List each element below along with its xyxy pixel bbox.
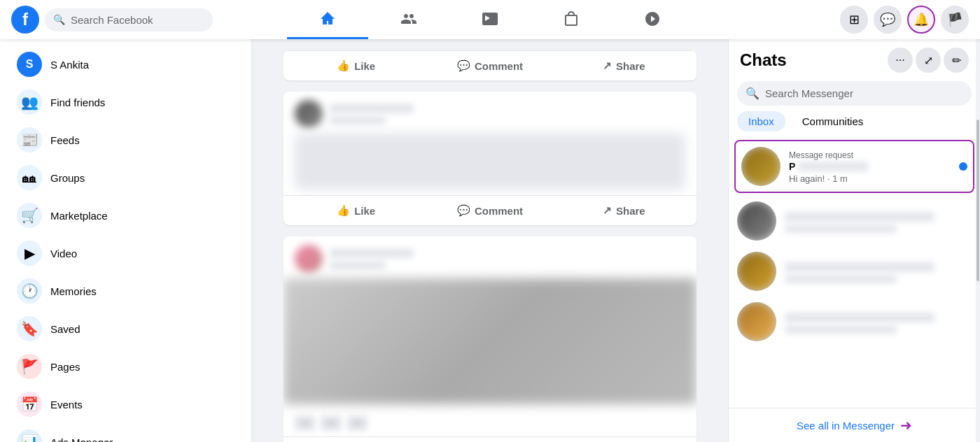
grid-icon: ⊞ xyxy=(849,12,860,27)
sidebar-item-pages[interactable]: 🚩 Pages xyxy=(6,348,246,385)
messenger-search-icon: 🔍 xyxy=(746,87,760,100)
chats-header: Chats ··· ⤢ ✏ xyxy=(729,39,980,78)
sidebar-label-saved: Saved xyxy=(50,323,80,335)
chat-item-2[interactable] xyxy=(729,196,980,246)
chats-more-button[interactable]: ··· xyxy=(888,48,913,73)
chat-tabs: Inbox Communities xyxy=(729,111,980,137)
sidebar-label-marketplace: Marketplace xyxy=(50,210,108,222)
share-button[interactable]: ↗ Share xyxy=(557,54,691,78)
chat-avatar-2 xyxy=(737,201,776,241)
chat-tab-inbox[interactable]: Inbox xyxy=(737,111,785,131)
arrow-right-icon: ➜ xyxy=(900,417,912,434)
messenger-search[interactable]: 🔍 Search Messenger xyxy=(737,81,972,106)
ads-manager-icon: 📊 xyxy=(17,429,42,442)
chats-expand-button[interactable]: ⤢ xyxy=(916,48,941,73)
post-actions-1: 👍 Like 💬 Comment ↗ Share xyxy=(284,50,696,80)
find-friends-icon: 👥 xyxy=(17,90,42,115)
post-header-2 xyxy=(284,92,696,128)
messenger-search-input: Search Messenger xyxy=(765,87,853,99)
chat-info-4 xyxy=(785,310,972,334)
chats-compose-button[interactable]: ✏ xyxy=(944,48,969,73)
like-button[interactable]: 👍 Like xyxy=(289,54,423,78)
message-request-avatar xyxy=(741,147,780,186)
messenger-button[interactable]: 💬 xyxy=(874,6,902,34)
nav-marketplace-button[interactable] xyxy=(531,0,612,39)
menu-button[interactable]: ⊞ xyxy=(840,6,868,34)
nav-groups-button[interactable] xyxy=(612,0,693,39)
chat-info-2 xyxy=(785,209,972,233)
unread-indicator xyxy=(959,162,967,171)
sidebar-label-events: Events xyxy=(50,399,83,411)
sidebar-item-ads-manager[interactable]: 📊 Ads Manager xyxy=(6,424,246,442)
post-username-3 xyxy=(330,248,414,258)
chat-name-2 xyxy=(785,212,934,222)
right-panel: Chats ··· ⤢ ✏ 🔍 Search Messenger Inbox C… xyxy=(728,39,980,442)
message-request-info: Message request P Hi again! · 1 m xyxy=(789,148,951,185)
sidebar-label-feeds: Feeds xyxy=(50,134,80,146)
post-avatar-3 xyxy=(295,245,323,273)
chat-name-4 xyxy=(785,313,934,322)
sidebar-item-events[interactable]: 📅 Events xyxy=(6,386,246,422)
feeds-icon: 📰 xyxy=(17,127,42,152)
chat-avatar-3 xyxy=(737,252,776,291)
chat-name-3 xyxy=(785,262,934,272)
chat-avatar-4 xyxy=(737,302,776,341)
nav-friends-button[interactable] xyxy=(368,0,449,39)
post-image-3 xyxy=(284,278,696,404)
sidebar-label-video: Video xyxy=(50,248,77,259)
share-icon-2: ↗ xyxy=(603,204,612,217)
post-user-info-3 xyxy=(330,248,685,269)
post-time-3 xyxy=(330,261,386,269)
comment-button-2[interactable]: 💬 Comment xyxy=(423,199,556,222)
chat-preview-3 xyxy=(785,275,897,283)
sidebar-label-groups: Groups xyxy=(50,172,85,184)
user-avatar: S xyxy=(17,52,42,77)
main-layout: S S Ankita 👥 Find friends 📰 Feeds 🏘 Grou… xyxy=(0,39,980,442)
message-request-name-blurred xyxy=(798,162,868,171)
account-icon: 🏴 xyxy=(947,12,962,27)
notifications-button[interactable]: 🔔 xyxy=(907,6,935,34)
search-bar[interactable]: 🔍 Search Facebook xyxy=(45,8,213,31)
sidebar-item-user[interactable]: S S Ankita xyxy=(6,46,246,83)
post-time-2 xyxy=(330,116,386,124)
more-dots-icon: ··· xyxy=(895,54,904,66)
messenger-icon: 💬 xyxy=(880,12,895,27)
groups-icon: 🏘 xyxy=(17,165,42,190)
facebook-logo[interactable]: f xyxy=(11,6,39,34)
chat-tab-communities[interactable]: Communities xyxy=(791,111,875,131)
sidebar-item-marketplace[interactable]: 🛒 Marketplace xyxy=(6,197,246,234)
sidebar-item-video[interactable]: ▶ Video xyxy=(6,235,246,271)
post-user-info-2 xyxy=(330,104,685,124)
left-sidebar: S S Ankita 👥 Find friends 📰 Feeds 🏘 Grou… xyxy=(0,39,252,442)
message-request-label: Message request xyxy=(789,150,853,160)
compose-icon: ✏ xyxy=(952,54,961,67)
share-button-2[interactable]: ↗ Share xyxy=(557,199,691,222)
post-actions-3: 👍 Like 💬 Comment ↗ Share xyxy=(284,436,696,442)
chats-title: Chats xyxy=(740,50,882,70)
sidebar-label-ads-manager: Ads Manager xyxy=(50,436,113,443)
reaction-text-3: ··· xyxy=(295,415,315,431)
account-button[interactable]: 🏴 xyxy=(941,6,969,34)
topnav-left: f 🔍 Search Facebook xyxy=(11,6,235,34)
sidebar-item-find-friends[interactable]: 👥 Find friends xyxy=(6,84,246,120)
post-avatar-2 xyxy=(295,100,323,128)
pages-icon: 🚩 xyxy=(17,354,42,379)
sidebar-item-memories[interactable]: 🕐 Memories xyxy=(6,273,246,309)
nav-watch-button[interactable] xyxy=(449,0,531,39)
sidebar-item-saved[interactable]: 🔖 Saved xyxy=(6,311,246,347)
comment-button[interactable]: 💬 Comment xyxy=(423,54,556,78)
post-actions-2: 👍 Like 💬 Comment ↗ Share xyxy=(284,195,696,225)
sidebar-item-feeds[interactable]: 📰 Feeds xyxy=(6,122,246,158)
chat-item-3[interactable] xyxy=(729,246,980,297)
post-card-3: ··· ··· ··· 👍 Like 💬 Comment ↗ Sh xyxy=(284,236,696,442)
chat-item-4[interactable] xyxy=(729,297,980,347)
sidebar-item-groups[interactable]: 🏘 Groups xyxy=(6,159,246,196)
chat-list: Message request P Hi again! · 1 m xyxy=(729,137,980,408)
message-request-item[interactable]: Message request P Hi again! · 1 m xyxy=(734,140,974,193)
marketplace-icon: 🛒 xyxy=(17,203,42,228)
like-button-2[interactable]: 👍 Like xyxy=(289,199,423,222)
post-header-3 xyxy=(284,236,696,273)
see-all-link[interactable]: See all in Messenger xyxy=(797,420,895,432)
nav-home-button[interactable] xyxy=(287,0,368,39)
memories-icon: 🕐 xyxy=(17,278,42,304)
